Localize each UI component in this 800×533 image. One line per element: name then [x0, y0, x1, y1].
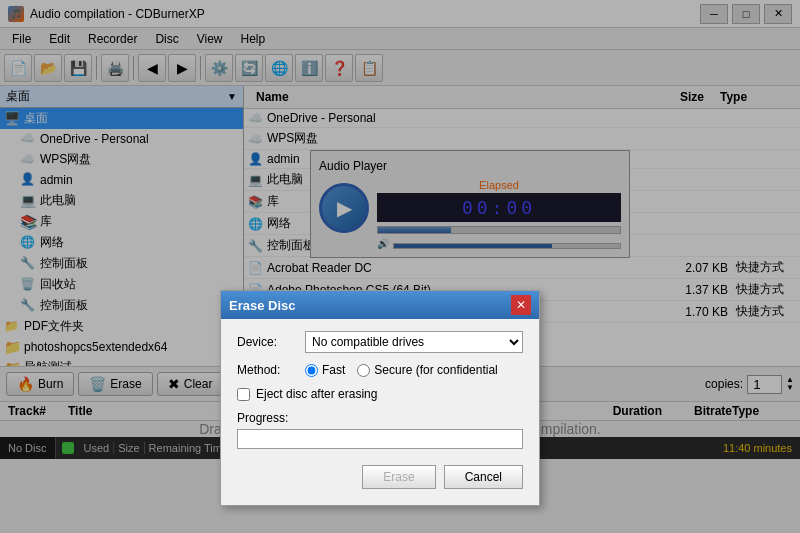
dialog-title-text: Erase Disc [229, 298, 296, 313]
method-fast-radio[interactable] [305, 364, 318, 377]
method-secure-label: Secure (for confidential [374, 363, 497, 377]
method-fast-label: Fast [322, 363, 345, 377]
device-row: Device: No compatible drives [237, 331, 523, 353]
dialog-buttons: Erase Cancel [237, 461, 523, 493]
method-radio-group: Fast Secure (for confidential [305, 363, 498, 377]
dialog-close-button[interactable]: ✕ [511, 295, 531, 315]
eject-row[interactable]: Eject disc after erasing [237, 387, 523, 401]
device-label: Device: [237, 335, 297, 349]
progress-label: Progress: [237, 411, 523, 425]
method-row: Method: Fast Secure (for confidential [237, 363, 523, 377]
dialog-title-bar: Erase Disc ✕ [221, 291, 539, 319]
eject-label: Eject disc after erasing [256, 387, 377, 401]
eject-checkbox[interactable] [237, 388, 250, 401]
erase-dialog: Erase Disc ✕ Device: No compatible drive… [220, 290, 540, 506]
cancel-button[interactable]: Cancel [444, 465, 523, 489]
device-select[interactable]: No compatible drives [305, 331, 523, 353]
erase-progress-bar [237, 429, 523, 449]
method-label: Method: [237, 363, 297, 377]
method-fast-option[interactable]: Fast [305, 363, 345, 377]
method-secure-radio[interactable] [357, 364, 370, 377]
method-secure-option[interactable]: Secure (for confidential [357, 363, 497, 377]
erase-button[interactable]: Erase [362, 465, 435, 489]
dialog-body: Device: No compatible drives Method: Fas… [221, 319, 539, 505]
